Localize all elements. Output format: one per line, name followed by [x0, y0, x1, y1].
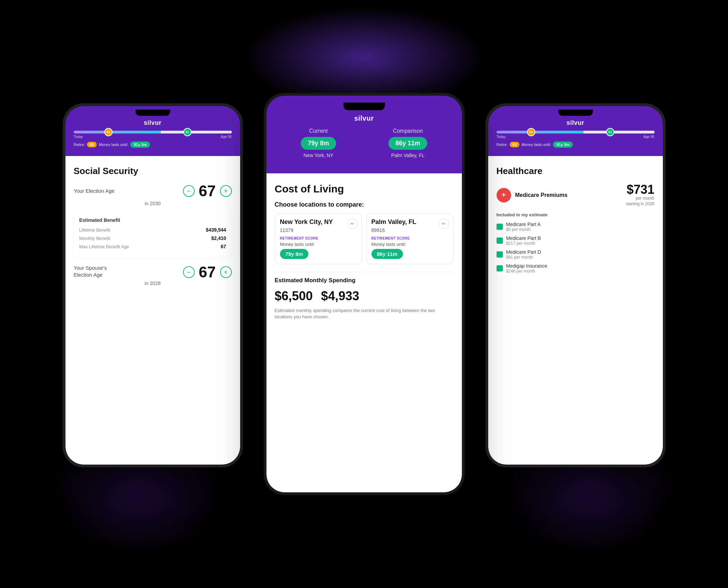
left-slider-labels: Today Age 95	[74, 135, 232, 139]
hc-item-d-sub: $91 per month	[506, 255, 541, 260]
loc1-money-label: Money lasts until:	[280, 242, 357, 247]
left-phone-body: Social Security Your Election Age − 67 +…	[65, 156, 240, 465]
max-age-value: 67	[221, 244, 226, 249]
comparison-label: Comparison	[393, 128, 423, 134]
col-title: Cost of Living	[275, 183, 454, 195]
right-phone: silvur 65 91 Today Age 95 Retire: 65	[485, 103, 666, 467]
hc-item-d-text: Medicare Part D $91 per month	[506, 249, 541, 260]
hc-dot-a	[497, 224, 503, 230]
location-card-1[interactable]: New York City, NY 11379 ✏ RETIREMENT SCO…	[275, 213, 362, 264]
medicare-sub1: per month	[626, 196, 654, 201]
benefit-row-max-age: Max Lifetime Benefit Age 67	[79, 244, 226, 249]
loc1-edit-btn[interactable]: ✏	[347, 218, 358, 229]
election-age-minus-btn[interactable]: −	[183, 185, 195, 197]
lifetime-benefit-label: Lifetime Benefit	[79, 227, 111, 233]
benefit-card-title: Estimated Benefit	[79, 217, 226, 223]
medicare-price: $731 per month starting in 2028	[626, 183, 654, 207]
benefit-card: Estimated Benefit Lifetime Benefit $439,…	[74, 212, 232, 258]
center-phone: silvur Current 79y 8m New York, NY Compa…	[264, 93, 465, 495]
election-age-value: 67	[199, 183, 216, 199]
right-slider-thumb-age[interactable]: 91	[606, 128, 614, 136]
current-col: Current 79y 8m New York, NY	[301, 128, 336, 158]
election-age-row: Your Election Age − 67 +	[74, 183, 232, 199]
spending-row: $6,500 $4,933	[275, 289, 454, 303]
right-slider-labels: Today Age 95	[497, 135, 655, 139]
current-label: Current	[309, 128, 327, 134]
hc-item-medigap-text: Medigap Insurance $246 per month	[506, 263, 547, 274]
left-phone-notch	[135, 110, 170, 116]
left-slider-track[interactable]: 65 91	[74, 131, 232, 133]
spouse-age-plus-btn[interactable]: +	[220, 266, 232, 278]
monthly-title: Estimated Monthly Spending	[275, 277, 454, 284]
right-phone-body: Healthcare + Medicare Premiums $731 per …	[488, 156, 663, 465]
hc-item-a-sub: $0 per month	[506, 227, 541, 232]
loc1-city: New York City, NY	[280, 218, 357, 226]
hc-item-a-text: Medicare Part A $0 per month	[506, 222, 541, 232]
right-phone-notch	[558, 110, 593, 116]
included-label: Included in my estimate	[497, 212, 655, 217]
comparison-header: Current 79y 8m New York, NY Comparison 8…	[275, 128, 454, 158]
right-slider-track[interactable]: 65 91	[497, 131, 655, 133]
comparison-badge: 86y 11m	[388, 137, 427, 150]
medicare-row: + Medicare Premiums $731 per month start…	[497, 183, 655, 207]
hc-dot-medigap	[497, 265, 503, 271]
spending-val-2: $4,933	[321, 289, 359, 303]
hc-item-b: Medicare Part B $217 per month	[497, 235, 655, 246]
left-app-title: silvur	[74, 119, 232, 127]
spending-val-1: $6,500	[275, 289, 313, 303]
loc2-badge: 86y 11m	[371, 249, 403, 259]
spouse-label: Your Spouse's Election Age	[74, 265, 119, 278]
medicare-icon: +	[497, 188, 511, 202]
left-money-badge: 91y 3m	[130, 141, 150, 148]
loc2-score-label: RETIREMENT SCORE	[371, 236, 448, 240]
max-age-label: Max Lifetime Benefit Age	[79, 244, 129, 249]
election-age-label: Your Election Age	[74, 188, 115, 194]
left-slider-thumb-age[interactable]: 91	[183, 128, 192, 136]
election-age-plus-btn[interactable]: +	[220, 185, 232, 197]
hc-item-d: Medicare Part D $91 per month	[497, 249, 655, 260]
hc-item-medigap-sub: $246 per month	[506, 269, 547, 274]
spouse-age-minus-btn[interactable]: −	[183, 266, 195, 278]
center-phone-notch	[343, 103, 385, 110]
medicare-label: Medicare Premiums	[515, 192, 626, 198]
comparison-city: Palm Valley, FL	[391, 153, 424, 158]
election-age-year: in 2030	[74, 201, 232, 206]
loc1-badge: 79y 8m	[280, 249, 309, 259]
hc-item-a-name: Medicare Part A	[506, 222, 541, 227]
hc-item-a: Medicare Part A $0 per month	[497, 222, 655, 232]
lifetime-benefit-value: $439,544	[206, 227, 226, 233]
center-phone-body: Cost of Living Choose locations to compa…	[266, 173, 462, 492]
medicare-sub2: starting in 2028	[626, 201, 654, 207]
spouse-age-year: in 2028	[74, 280, 232, 286]
loc2-zip: 89916	[371, 227, 448, 233]
hc-item-b-text: Medicare Part B $217 per month	[506, 235, 541, 246]
right-money-badge: 91y 3m	[553, 141, 573, 148]
right-slider-thumb-retire[interactable]: 65	[527, 128, 535, 136]
right-app-title: silvur	[497, 119, 655, 127]
monthly-benefit-label: Monthly Benefit	[79, 236, 111, 241]
hc-item-b-name: Medicare Part B	[506, 235, 541, 241]
benefit-row-monthly: Monthly Benefit $2,410	[79, 235, 226, 241]
spending-desc: Estimated monthly spending compares the …	[275, 308, 454, 320]
spouse-row: Your Spouse's Election Age − 67 +	[74, 265, 232, 280]
left-phone: silvur 65 91 Today Age 95 Retire: 65	[63, 103, 243, 467]
hc-item-medigap-name: Medigap Insurance	[506, 263, 547, 269]
hc-item-medigap: Medigap Insurance $246 per month	[497, 263, 655, 274]
left-retire-row: Retire: 65 Money lasts until: 91y 3m	[74, 141, 232, 148]
medicare-amount: $731	[626, 183, 654, 196]
benefit-row-lifetime: Lifetime Benefit $439,544	[79, 227, 226, 233]
location-card-2[interactable]: Palm Valley, FL 89916 ✏ RETIREMENT SCORE…	[366, 213, 454, 264]
right-retire-row: Retire: 65 Money lasts until: 91y 3m	[497, 141, 655, 148]
center-app-title: silvur	[275, 114, 454, 122]
left-slider-thumb-retire[interactable]: 65	[104, 128, 113, 136]
hc-dot-b	[497, 237, 503, 244]
current-city: New York, NY	[304, 153, 333, 158]
spouse-age-value: 67	[199, 265, 216, 280]
hc-item-d-name: Medicare Part D	[506, 249, 541, 255]
divider	[275, 272, 454, 272]
loc2-edit-btn[interactable]: ✏	[439, 218, 449, 229]
location-cards: New York City, NY 11379 ✏ RETIREMENT SCO…	[275, 213, 454, 264]
choose-label: Choose locations to compare:	[275, 201, 454, 208]
age-controls: − 67 +	[183, 183, 232, 199]
hc-item-b-sub: $217 per month	[506, 241, 541, 246]
